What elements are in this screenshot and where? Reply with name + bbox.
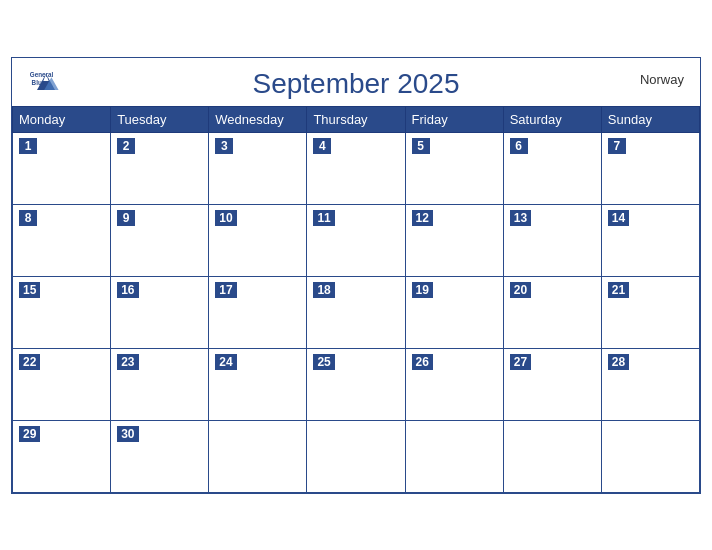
calendar-week-row: 2930	[13, 420, 700, 492]
calendar-title: September 2025	[252, 68, 459, 100]
calendar-cell: 3	[209, 132, 307, 204]
calendar-week-row: 1234567	[13, 132, 700, 204]
calendar-cell: 8	[13, 204, 111, 276]
calendar-cell: 7	[601, 132, 699, 204]
calendar-cell	[209, 420, 307, 492]
calendar-cell	[307, 420, 405, 492]
calendar-cell: 26	[405, 348, 503, 420]
weekday-header-friday: Friday	[405, 106, 503, 132]
day-number: 30	[117, 426, 138, 442]
calendar-cell: 25	[307, 348, 405, 420]
calendar-cell: 11	[307, 204, 405, 276]
day-number: 26	[412, 354, 433, 370]
weekday-header-saturday: Saturday	[503, 106, 601, 132]
calendar-cell: 14	[601, 204, 699, 276]
calendar-cell: 12	[405, 204, 503, 276]
calendar-cell: 2	[111, 132, 209, 204]
day-number: 18	[313, 282, 334, 298]
day-number: 29	[19, 426, 40, 442]
calendar-cell: 5	[405, 132, 503, 204]
calendar-cell: 15	[13, 276, 111, 348]
day-number: 19	[412, 282, 433, 298]
day-number: 20	[510, 282, 531, 298]
calendar-cell: 22	[13, 348, 111, 420]
calendar-cell: 16	[111, 276, 209, 348]
calendar-week-row: 891011121314	[13, 204, 700, 276]
calendar-cell: 17	[209, 276, 307, 348]
calendar-cell	[601, 420, 699, 492]
day-number: 14	[608, 210, 629, 226]
calendar-week-row: 15161718192021	[13, 276, 700, 348]
calendar-cell: 27	[503, 348, 601, 420]
calendar-cell	[503, 420, 601, 492]
weekday-header-sunday: Sunday	[601, 106, 699, 132]
day-number: 27	[510, 354, 531, 370]
weekday-header-thursday: Thursday	[307, 106, 405, 132]
day-number: 11	[313, 210, 334, 226]
calendar-cell: 23	[111, 348, 209, 420]
calendar-cell: 21	[601, 276, 699, 348]
day-number: 5	[412, 138, 430, 154]
calendar-cell: 4	[307, 132, 405, 204]
calendar-cell: 1	[13, 132, 111, 204]
calendar-cell: 28	[601, 348, 699, 420]
day-number: 16	[117, 282, 138, 298]
day-number: 2	[117, 138, 135, 154]
day-number: 23	[117, 354, 138, 370]
day-number: 25	[313, 354, 334, 370]
calendar-cell: 6	[503, 132, 601, 204]
calendar-cell: 18	[307, 276, 405, 348]
calendar-header: General Blue September 2025 Norway	[12, 58, 700, 106]
calendar-cell: 19	[405, 276, 503, 348]
day-number: 10	[215, 210, 236, 226]
day-number: 17	[215, 282, 236, 298]
calendar-cell: 29	[13, 420, 111, 492]
calendar-cell: 9	[111, 204, 209, 276]
day-number: 15	[19, 282, 40, 298]
day-number: 12	[412, 210, 433, 226]
day-number: 6	[510, 138, 528, 154]
day-number: 4	[313, 138, 331, 154]
calendar-cell: 24	[209, 348, 307, 420]
calendar-cell: 30	[111, 420, 209, 492]
day-number: 8	[19, 210, 37, 226]
weekday-header-row: MondayTuesdayWednesdayThursdayFridaySatu…	[13, 106, 700, 132]
calendar-week-row: 22232425262728	[13, 348, 700, 420]
calendar-cell: 20	[503, 276, 601, 348]
calendar-container: General Blue September 2025 Norway Monda…	[11, 57, 701, 494]
weekday-header-wednesday: Wednesday	[209, 106, 307, 132]
day-number: 28	[608, 354, 629, 370]
calendar-cell: 10	[209, 204, 307, 276]
day-number: 21	[608, 282, 629, 298]
country-label: Norway	[640, 72, 684, 87]
day-number: 3	[215, 138, 233, 154]
logo-icon: General Blue	[28, 66, 64, 94]
logo: General Blue	[28, 66, 64, 94]
day-number: 24	[215, 354, 236, 370]
day-number: 13	[510, 210, 531, 226]
day-number: 7	[608, 138, 626, 154]
weekday-header-tuesday: Tuesday	[111, 106, 209, 132]
day-number: 22	[19, 354, 40, 370]
calendar-table: MondayTuesdayWednesdayThursdayFridaySatu…	[12, 106, 700, 493]
calendar-cell: 13	[503, 204, 601, 276]
svg-text:Blue: Blue	[32, 78, 46, 85]
day-number: 1	[19, 138, 37, 154]
weekday-header-monday: Monday	[13, 106, 111, 132]
calendar-cell	[405, 420, 503, 492]
svg-text:General: General	[30, 71, 54, 78]
day-number: 9	[117, 210, 135, 226]
